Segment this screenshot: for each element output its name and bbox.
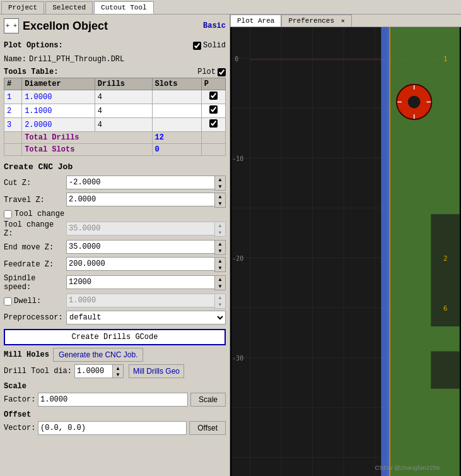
feedrate-z-spinner: ▲ ▼ xyxy=(214,257,226,272)
tools-table: # Diameter Drills Slots P 1 1.0000 4 2 xyxy=(4,78,226,156)
drill-tool-row: Drill Tool dia: ▲ ▼ Mill Drills Geo xyxy=(4,364,226,378)
feedrate-z-label: Feedrate Z: xyxy=(4,260,64,269)
total-drills-label: Total Drills xyxy=(25,133,79,142)
row2-plot-check[interactable] xyxy=(209,105,218,114)
panel-badge: Basic xyxy=(203,21,226,30)
panel-header: + + Excellon Object Basic xyxy=(4,18,226,33)
feedrate-z-input-group: ▲ ▼ xyxy=(66,257,226,272)
cut-z-row: Cut Z: ▲ ▼ xyxy=(4,176,226,191)
total-drills-row: Total Drills 12 xyxy=(4,132,226,144)
solid-checkbox[interactable] xyxy=(193,42,201,50)
end-move-z-input[interactable] xyxy=(66,240,214,254)
cut-z-up[interactable]: ▲ xyxy=(215,176,225,183)
tool-change-row: Tool change xyxy=(4,210,226,218)
dwell-input-group: ▲ ▼ xyxy=(66,294,226,309)
plot-checkbox[interactable] xyxy=(218,68,226,76)
svg-text:-10: -10 xyxy=(232,155,243,162)
svg-text:CSDN @zhangfan2256: CSDN @zhangfan2256 xyxy=(375,464,440,471)
end-move-z-up[interactable]: ▲ xyxy=(215,241,225,247)
end-move-z-down[interactable]: ▼ xyxy=(215,247,225,254)
main-layout: + + Excellon Object Basic Plot Options: … xyxy=(0,15,461,476)
spindle-speed-down[interactable]: ▼ xyxy=(215,283,225,290)
tool-change-z-input xyxy=(66,222,214,235)
dwell-up: ▲ xyxy=(215,294,225,301)
mill-drills-geo-button[interactable]: Mill Drills Geo xyxy=(129,364,184,378)
tab-plot-area[interactable]: Plot Area xyxy=(230,15,281,27)
row2-drills: 4 xyxy=(95,104,152,118)
mill-holes-label: Mill Holes xyxy=(4,350,49,359)
create-drills-gcode-button[interactable]: Create Drills GCode xyxy=(4,329,226,345)
factor-input[interactable] xyxy=(38,393,188,407)
travel-z-up[interactable]: ▲ xyxy=(215,193,225,200)
row3-plot-check[interactable] xyxy=(209,119,218,128)
vector-label: Vector: xyxy=(4,424,35,432)
preferences-tab-label: Preferences xyxy=(288,17,334,25)
dwell-input xyxy=(66,294,214,307)
name-label: Name: xyxy=(4,55,26,64)
travel-z-input[interactable] xyxy=(66,193,214,206)
cut-z-down[interactable]: ▼ xyxy=(215,183,225,190)
travel-z-down[interactable]: ▼ xyxy=(215,200,225,207)
preprocessor-select[interactable]: default MACH3 GRBL LinuxCNC xyxy=(66,311,226,324)
tools-table-label: Tools Table: xyxy=(4,68,58,76)
feedrate-z-up[interactable]: ▲ xyxy=(215,258,225,265)
factor-label: Factor: xyxy=(4,395,35,404)
feedrate-z-down[interactable]: ▼ xyxy=(215,265,225,271)
left-panel: + + Excellon Object Basic Plot Options: … xyxy=(0,15,230,476)
row1-drills: 4 xyxy=(95,90,152,104)
tool-change-z-input-group: ▲ ▼ xyxy=(66,222,226,237)
solid-label: Solid xyxy=(203,41,226,50)
row2-slots xyxy=(152,104,201,118)
drill-tool-up[interactable]: ▲ xyxy=(113,365,123,371)
row1-plot-check[interactable] xyxy=(209,92,218,100)
drill-tool-input[interactable] xyxy=(74,364,112,378)
feedrate-z-input[interactable] xyxy=(66,257,214,271)
total-drills-value: 12 xyxy=(155,133,164,142)
drill-tool-spinner: ▲ ▼ xyxy=(112,364,124,378)
tab-selected[interactable]: Selected xyxy=(45,1,93,14)
row1-diameter: 1.0000 xyxy=(25,93,52,102)
travel-z-label: Travel Z: xyxy=(4,196,64,205)
svg-text:2: 2 xyxy=(443,254,448,263)
spindle-speed-up[interactable]: ▲ xyxy=(215,276,225,283)
tab-cutout-tool[interactable]: Cutout Tool xyxy=(94,1,154,14)
cnc-title: Create CNC Job xyxy=(4,162,226,172)
cnc-section: Create CNC Job Cut Z: ▲ ▼ Travel Z: xyxy=(4,162,226,435)
cut-z-spinner: ▲ ▼ xyxy=(214,176,226,191)
cut-z-input-group: ▲ ▼ xyxy=(66,176,226,191)
spindle-speed-row: Spindle speed: ▲ ▼ xyxy=(4,274,226,292)
generate-cnc-label: Generate the CNC Job. xyxy=(59,350,137,359)
end-move-z-input-group: ▲ ▼ xyxy=(66,240,226,255)
svg-text:1: 1 xyxy=(443,55,448,63)
offset-button[interactable]: Offset xyxy=(189,421,226,435)
plot-options-label: Plot Options: xyxy=(4,41,63,50)
vector-row: Vector: Offset xyxy=(4,421,226,435)
name-row: Name: Drill_PTH_Through.DRL xyxy=(4,55,226,64)
tab-project[interactable]: Project xyxy=(1,1,44,14)
drill-tool-down[interactable]: ▼ xyxy=(113,371,123,378)
svg-rect-26 xyxy=(431,352,459,389)
table-row: 3 2.0000 4 xyxy=(4,118,226,132)
scale-button[interactable]: Scale xyxy=(190,393,226,407)
plot-table-label: Plot xyxy=(197,68,216,76)
row3-diameter: 2.0000 xyxy=(25,121,52,129)
mill-holes-row: Mill Holes Generate the CNC Job. xyxy=(4,348,226,362)
dwell-checkbox[interactable] xyxy=(4,297,12,306)
spindle-speed-input[interactable] xyxy=(66,275,214,289)
tab-preferences[interactable]: Preferences ✕ xyxy=(281,15,351,27)
tool-change-checkbox[interactable] xyxy=(4,210,12,218)
col-plot: P xyxy=(201,78,225,90)
close-preferences-icon[interactable]: ✕ xyxy=(341,18,345,25)
drill-tool-input-group: ▲ ▼ xyxy=(74,364,124,378)
spindle-speed-input-group: ▲ ▼ xyxy=(66,275,226,290)
feedrate-z-row: Feedrate Z: ▲ ▼ xyxy=(4,257,226,272)
cut-z-input[interactable] xyxy=(66,176,214,189)
end-move-z-label: End move Z: xyxy=(4,243,64,252)
vector-input[interactable] xyxy=(38,421,187,435)
right-panel-wrapper: Plot Area Preferences ✕ xyxy=(230,15,461,476)
svg-rect-23 xyxy=(381,27,390,476)
plot-tab-bar: Plot Area Preferences ✕ xyxy=(230,15,461,27)
generate-cnc-button[interactable]: Generate the CNC Job. xyxy=(53,348,143,362)
row1-num: 1 xyxy=(7,93,11,102)
panel-icon: + + xyxy=(4,18,19,33)
